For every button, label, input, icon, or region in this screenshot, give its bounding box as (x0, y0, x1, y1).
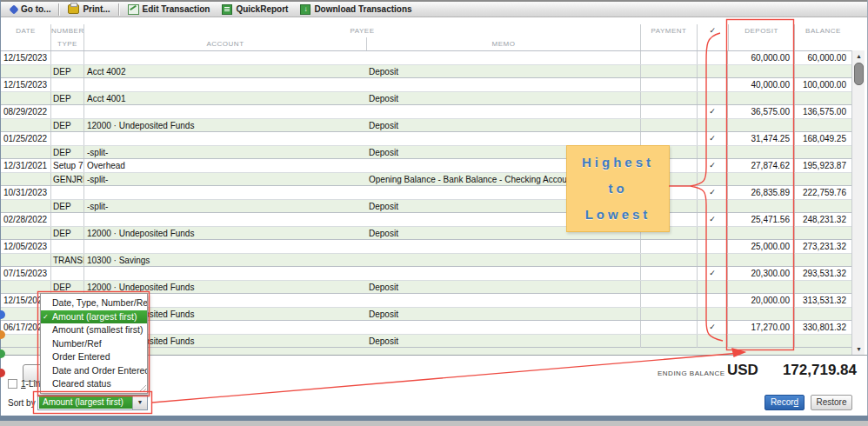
cell-balance-empty (794, 200, 851, 213)
sort-menu-item[interactable]: Cleared status (41, 377, 147, 391)
cell-balance-empty (794, 146, 851, 159)
cell-payee (83, 78, 640, 91)
cell-cleared-empty (697, 173, 728, 186)
cell-payment-empty (640, 308, 697, 321)
cell-balance: 222,759.76 (794, 186, 851, 199)
transaction-row-line2[interactable]: DEPAcct 4001Deposit (1, 91, 851, 105)
header-balance[interactable]: BALANCE (794, 24, 851, 37)
cell-date: 01/25/2022 (1, 132, 50, 145)
cell-cleared-empty (697, 200, 728, 213)
sort-menu-item[interactable]: Order Entered (41, 350, 147, 364)
download-icon: ↓ (300, 4, 310, 15)
ending-balance-label: ENDING BALANCE (658, 369, 725, 377)
print-label: Print... (83, 4, 110, 14)
transaction-row-line1[interactable]: 12/15/202360,000.0060,000.00 (1, 50, 851, 64)
transaction-row-line1[interactable]: 07/15/2023✓20,300.00293,531.32 (1, 266, 851, 280)
resize-grip-icon[interactable] (139, 385, 146, 392)
header-number[interactable]: NUMBER (50, 24, 83, 37)
cell-cleared: ✓ (697, 321, 728, 334)
one-line-checkbox[interactable] (8, 379, 17, 389)
edit-transaction-label: Edit Transaction (143, 4, 210, 14)
transaction-row-line2[interactable]: DEP-split-Deposit (1, 145, 851, 159)
transaction-row-line2[interactable]: DEP12000 · Undeposited FundsDeposit (1, 226, 851, 240)
cell-balance: 100,000.00 (794, 78, 851, 91)
record-button[interactable]: Record (765, 395, 805, 410)
transaction-row-line2[interactable]: DEP-split-Deposit (1, 199, 851, 213)
transaction-row-line1[interactable]: 10/31/2023✓26,835.89222,759.76 (1, 185, 851, 199)
cell-cleared-empty (697, 335, 728, 348)
download-transactions-button[interactable]: ↓ Download Transactions (294, 3, 417, 17)
cell-date-empty (1, 65, 50, 78)
cell-type: DEP (50, 92, 83, 105)
cell-date: 02/28/2022 (1, 213, 50, 226)
quickreport-button[interactable]: QuickReport (216, 3, 294, 17)
sort-menu-item[interactable]: Date and Order Entered (41, 364, 147, 378)
transaction-row-line1[interactable]: 12/15/202340,000.00100,000.00 (1, 77, 851, 91)
header-payee[interactable]: PAYEE (83, 24, 640, 37)
sort-by-dropdown[interactable]: Amount (largest first) ▼ (37, 395, 148, 410)
cell-cleared-empty (697, 65, 728, 78)
header-memo[interactable]: MEMO (366, 37, 640, 50)
transaction-row-line2[interactable]: DEP12000 · Undeposited FundsDeposit (1, 118, 851, 132)
header-type[interactable]: TYPE (50, 37, 83, 50)
transaction-row-line2[interactable]: GENJRN-split-Opening Balance - Bank Bala… (1, 172, 851, 186)
header-account[interactable]: ACCOUNT (83, 37, 366, 50)
transaction-row-line2[interactable]: TRANSFR10300 · Savings (1, 253, 851, 267)
table-header: DATE NUMBER PAYEE PAYMENT ✓ DEPOSIT BALA… (1, 24, 851, 51)
header-payment[interactable]: PAYMENT (640, 24, 697, 37)
cell-payment (640, 105, 697, 118)
cell-payee (83, 186, 640, 199)
cell-number (50, 267, 83, 280)
cell-balance-empty (794, 254, 851, 267)
printer-icon (68, 4, 79, 14)
scroll-up-button[interactable]: ▲ (853, 50, 865, 62)
cell-payee (83, 51, 640, 64)
transaction-row-line1[interactable]: 02/28/2022✓25,471.56248,231.32 (1, 212, 851, 226)
cell-payment-empty (640, 92, 697, 105)
cell-date: 12/31/2021 (1, 159, 50, 172)
cell-date-empty (1, 200, 50, 213)
cell-date: 12/15/2023 (1, 78, 50, 91)
header-deposit[interactable]: DEPOSIT (728, 24, 794, 37)
cell-memo: Deposit (366, 119, 640, 132)
cell-cleared: ✓ (697, 186, 728, 199)
sort-menu-item[interactable]: Date, Type, Number/Ref (41, 296, 147, 310)
transaction-row-line1[interactable]: 12/31/2021Setup 7Overhead✓27,874.62195,9… (1, 158, 851, 172)
transaction-row-line1[interactable]: 01/25/2022✓31,474.25168,049.25 (1, 131, 851, 145)
sort-menu-item[interactable]: ✓Amount (largest first) (41, 310, 147, 324)
cell-payment (640, 267, 697, 280)
cell-date: 12/05/2023 (1, 240, 50, 253)
transaction-row-line1[interactable]: 12/05/202325,000.00273,231.32 (1, 239, 851, 253)
transaction-row-line2[interactable]: DEPAcct 4002Deposit (1, 64, 851, 78)
go-to-button[interactable]: Go to... (4, 3, 57, 17)
sort-menu-item-label: Date, Type, Number/Ref (52, 297, 147, 308)
dropdown-arrow-icon[interactable]: ▼ (132, 396, 147, 409)
cell-balance: 168,049.25 (794, 132, 851, 145)
cell-balance: 313,531.32 (794, 294, 851, 307)
sort-menu-item-label: Number/Ref (52, 338, 102, 349)
sort-menu-item[interactable]: Amount (smallest first) (41, 323, 147, 337)
cell-payment-empty (640, 335, 697, 348)
cell-cleared: ✓ (697, 267, 728, 280)
currency-label: USD (727, 362, 758, 379)
print-button[interactable]: Print... (62, 3, 116, 17)
scrollbar-thumb[interactable] (854, 63, 864, 85)
header-date[interactable]: DATE (1, 24, 50, 37)
cell-account: -split- (83, 146, 366, 159)
cell-number (50, 51, 83, 64)
cell-deposit: 36,575.00 (728, 105, 794, 118)
toolbar-separator (58, 3, 60, 16)
scroll-down-button[interactable]: ▼ (853, 343, 865, 355)
cell-date-empty (1, 227, 50, 240)
transaction-row-line1[interactable]: 08/29/2022✓36,575.00136,575.00 (1, 104, 851, 118)
sort-menu-item[interactable]: Number/Ref (41, 337, 147, 351)
transaction-row-line2[interactable]: DEP12000 · Undeposited FundsDeposit (1, 280, 851, 294)
cell-deposit: 26,835.89 (728, 186, 794, 199)
header-cleared[interactable]: ✓ (697, 24, 728, 37)
cell-type: DEP (50, 65, 83, 78)
cell-account: -split- (83, 173, 366, 186)
restore-button[interactable]: Restore (811, 395, 852, 410)
vertical-scrollbar[interactable]: ▲ ▼ (851, 50, 865, 355)
sort-menu-item-label: Amount (smallest first) (52, 324, 143, 335)
edit-transaction-button[interactable]: Edit Transaction (122, 3, 217, 17)
